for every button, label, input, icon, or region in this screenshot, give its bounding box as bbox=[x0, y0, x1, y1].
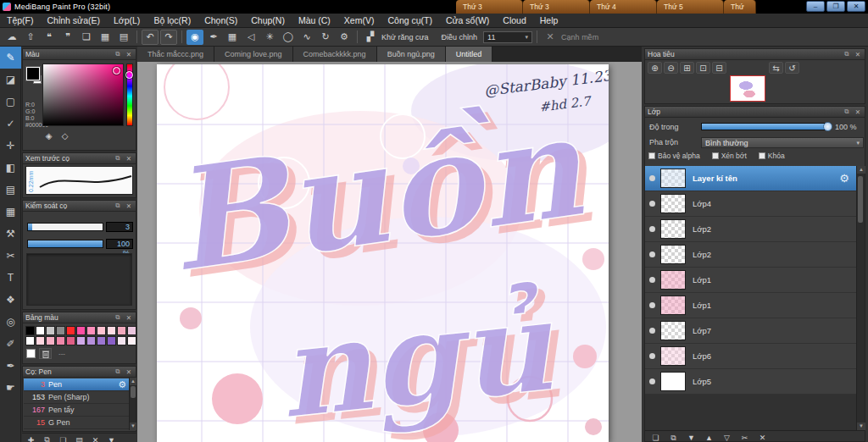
hue-selection-ring[interactable] bbox=[125, 71, 133, 79]
menu-item[interactable]: Lớp(L) bbox=[107, 14, 147, 28]
navigator-thumbnail[interactable] bbox=[730, 75, 765, 102]
layer-row[interactable]: Lớp2 ⚙ bbox=[645, 217, 856, 242]
restore-button[interactable]: ❐ bbox=[826, 1, 845, 12]
canvas-surface[interactable]: Buồn Buồn ngủ ngủ @StarBaby 11.23 #hd 2.… bbox=[157, 64, 609, 442]
grid-view-icon[interactable]: ▦ bbox=[97, 30, 114, 45]
fit-window-icon[interactable]: ⊞ bbox=[680, 62, 694, 74]
material-panel-icon[interactable]: ▤ bbox=[115, 30, 132, 45]
close-button[interactable]: ✕ bbox=[847, 1, 865, 12]
float-panel-icon[interactable]: ⧉ bbox=[114, 367, 122, 376]
scroll-thumb[interactable] bbox=[858, 176, 863, 223]
pattern-icon[interactable]: ▦ bbox=[224, 30, 241, 45]
redo-icon[interactable]: ↷ bbox=[160, 30, 177, 45]
scroll-down-icon[interactable]: ▼ bbox=[104, 434, 119, 442]
palette-swatch[interactable] bbox=[86, 336, 96, 345]
text-tool[interactable]: T bbox=[0, 267, 21, 289]
palette-swatch[interactable] bbox=[107, 336, 116, 345]
select-pen-tool[interactable]: ✓ bbox=[0, 113, 21, 135]
layer-thumbnail[interactable] bbox=[660, 296, 686, 315]
layer-thumbnail[interactable] bbox=[660, 194, 686, 213]
palette-swatch[interactable] bbox=[25, 336, 35, 345]
palette-swatch[interactable] bbox=[86, 326, 96, 335]
merge-down-icon[interactable]: ▼ bbox=[683, 431, 699, 441]
brush-list-scrollbar[interactable]: ▲ ▼ bbox=[129, 378, 136, 430]
checkbox-box[interactable] bbox=[759, 152, 765, 159]
close-panel-icon[interactable]: ✕ bbox=[125, 155, 133, 163]
saturation-value-picker[interactable] bbox=[42, 64, 124, 126]
move-layer-down-icon[interactable]: ▽ bbox=[719, 431, 735, 441]
close-panel-icon[interactable]: ✕ bbox=[854, 108, 862, 116]
palette-swatch[interactable] bbox=[117, 336, 126, 345]
cloud-icon[interactable]: ☁ bbox=[3, 30, 20, 45]
menu-item[interactable]: Cửa sổ(W) bbox=[439, 14, 496, 28]
layer-row[interactable]: Lớp1 ⚙ bbox=[645, 268, 856, 293]
layer-option-checkbox[interactable]: Bảo vệ alpha bbox=[648, 152, 700, 160]
brush-item[interactable]: 167 Pen tẩy ⚙ bbox=[24, 404, 129, 417]
transparent-color-icon[interactable]: ◇ bbox=[58, 130, 71, 141]
close-panel-icon[interactable]: ✕ bbox=[125, 51, 133, 58]
checkbox-box[interactable] bbox=[648, 152, 655, 159]
scroll-thumb[interactable] bbox=[131, 386, 136, 398]
palette-swatch[interactable] bbox=[46, 326, 55, 335]
tile-pattern-tool[interactable]: ▦ bbox=[0, 201, 21, 223]
checkbox-box[interactable] bbox=[712, 152, 719, 159]
layer-visibility-dot[interactable] bbox=[649, 175, 655, 181]
add-brush-icon[interactable]: ✚ bbox=[24, 434, 38, 442]
layer-visibility-dot[interactable] bbox=[649, 277, 655, 283]
float-panel-icon[interactable]: ⧉ bbox=[843, 50, 851, 58]
scroll-up-icon[interactable]: ▲ bbox=[857, 166, 865, 174]
brush-size-slider[interactable] bbox=[27, 223, 103, 231]
palette-swatch[interactable] bbox=[127, 326, 136, 335]
layer-list-scrollbar[interactable]: ▲ ▼ bbox=[856, 166, 865, 430]
brush-menu-icon[interactable]: ▤ bbox=[72, 434, 86, 442]
symmetry-icon[interactable]: ✳ bbox=[261, 30, 278, 45]
new-layer-icon[interactable]: ❏ bbox=[648, 431, 664, 441]
actual-size-icon[interactable]: ⊡ bbox=[696, 62, 710, 74]
pen-tool[interactable]: ✒ bbox=[0, 355, 21, 377]
scroll-up-icon[interactable]: ▲ bbox=[130, 378, 136, 385]
layer-visibility-dot[interactable] bbox=[649, 201, 655, 207]
move-tool[interactable]: ✛ bbox=[0, 135, 21, 157]
rotate-canvas-icon[interactable]: ↻ bbox=[317, 30, 334, 45]
hue-slider[interactable] bbox=[126, 64, 133, 126]
close-panel-icon[interactable]: ✕ bbox=[125, 368, 133, 376]
delete-brush-icon[interactable]: ✕ bbox=[88, 434, 103, 442]
layer-row[interactable]: Lớp5 ⚙ bbox=[645, 369, 856, 395]
brush-folder-icon[interactable]: ❏ bbox=[56, 434, 70, 442]
clear-layer-icon[interactable]: ✂ bbox=[737, 431, 753, 441]
palette-swatch[interactable] bbox=[107, 326, 116, 335]
close-panel-icon[interactable]: ✕ bbox=[125, 314, 133, 322]
layer-row[interactable]: Lớp2 ⚙ bbox=[645, 242, 856, 268]
layer-visibility-dot[interactable] bbox=[649, 353, 655, 359]
browser-tab[interactable]: Thứ 5 bbox=[657, 0, 724, 14]
brush-item[interactable]: 3 Pen ⚙ bbox=[24, 378, 129, 391]
menu-item[interactable]: Chọn(S) bbox=[198, 14, 244, 28]
layer-visibility-dot[interactable] bbox=[649, 302, 655, 308]
layer-thumbnail[interactable] bbox=[660, 321, 686, 340]
browser-tab[interactable]: Thứ bbox=[724, 0, 756, 14]
document-tab[interactable]: Comebackkkk.png bbox=[293, 47, 377, 62]
settings-gear-icon[interactable]: ⚙ bbox=[336, 30, 353, 45]
browser-tab[interactable]: Thứ 4 bbox=[590, 0, 657, 14]
menu-item[interactable]: Xem(V) bbox=[337, 14, 381, 28]
float-panel-icon[interactable]: ⧉ bbox=[114, 50, 122, 58]
palette-swatch[interactable] bbox=[36, 326, 45, 335]
menu-item[interactable]: Công cụ(T) bbox=[381, 14, 439, 28]
layer-visibility-dot[interactable] bbox=[649, 328, 655, 334]
palette-swatch[interactable] bbox=[66, 336, 75, 345]
palette-swatch[interactable] bbox=[97, 326, 106, 335]
layer-thumbnail[interactable] bbox=[660, 245, 686, 264]
flip-view-icon[interactable]: ⇆ bbox=[769, 62, 783, 74]
delete-swatch-button[interactable] bbox=[39, 348, 52, 359]
layer-opacity-slider[interactable] bbox=[701, 123, 830, 130]
layer-visibility-dot[interactable] bbox=[649, 378, 655, 384]
palette-swatch[interactable] bbox=[56, 326, 65, 335]
layer-settings-gear-icon[interactable]: ⚙ bbox=[839, 172, 849, 185]
layer-option-checkbox[interactable]: Xén bớt bbox=[712, 152, 747, 160]
brush-item[interactable]: 15 G Pen ⚙ bbox=[24, 417, 129, 429]
eraser-tool[interactable]: ◪ bbox=[0, 69, 21, 91]
palette-swatch[interactable] bbox=[76, 326, 86, 335]
gradient-tool[interactable]: ▤ bbox=[0, 179, 21, 201]
two-color-icon[interactable]: ◈ bbox=[42, 130, 55, 141]
page-icon[interactable]: ❏ bbox=[78, 30, 95, 45]
